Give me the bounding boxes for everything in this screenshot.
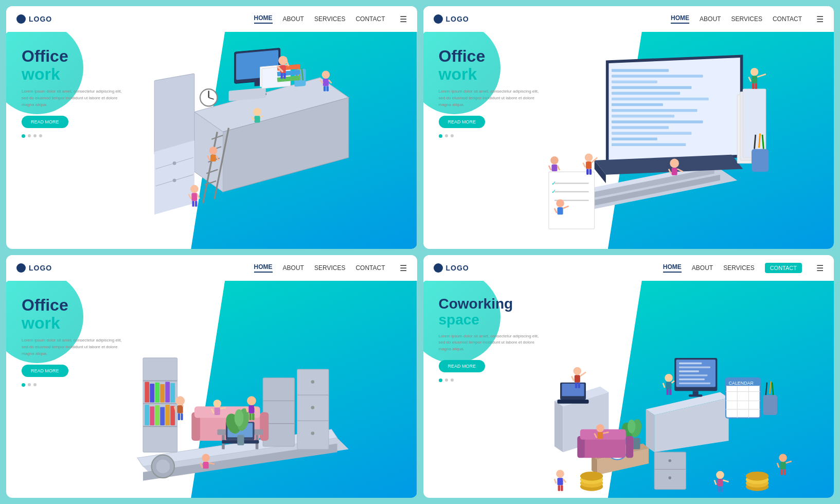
svg-rect-67 [611,80,657,83]
body-text-4: Lorem ipsum dolor sit amet, consectetur … [439,333,542,353]
headline-4a: Coworking [439,296,542,312]
svg-rect-90 [752,149,768,172]
svg-rect-263 [717,479,723,486]
hamburger-1[interactable]: ☰ [400,14,407,24]
svg-point-240 [573,367,581,375]
svg-point-142 [311,431,314,435]
hamburger-4[interactable]: ☰ [816,263,824,273]
dots-4 [439,379,542,382]
svg-line-248 [663,383,664,388]
nav-contact-2[interactable]: CONTACT [773,15,802,23]
text-section-3: Office work Lorem ipsum dolor sit amet, … [22,296,124,387]
read-more-btn-3[interactable]: READ MORE [22,365,68,377]
svg-line-271 [785,461,791,463]
svg-rect-95 [551,165,557,171]
dot-2-1 [28,134,31,137]
nav-home-2[interactable]: HOME [671,14,689,24]
panel-body-1: Office work Lorem ipsum dolor sit amet, … [6,32,417,249]
svg-rect-266 [718,487,720,492]
svg-line-259 [563,479,566,482]
dot-2-2 [445,134,448,137]
svg-rect-46 [255,116,260,122]
svg-rect-197 [678,367,710,368]
nav-contact-4[interactable]: CONTACT [765,263,802,273]
svg-rect-126 [150,384,154,403]
svg-line-265 [723,480,728,482]
svg-rect-136 [170,406,175,425]
svg-rect-164 [178,413,180,420]
svg-rect-111 [671,168,677,175]
svg-rect-267 [721,487,723,492]
svg-rect-71 [611,103,663,106]
svg-rect-103 [589,169,591,175]
svg-point-231 [580,472,602,481]
nav-home-4[interactable]: HOME [663,263,682,273]
svg-point-49 [209,147,218,155]
headline-1a: Office [22,47,124,65]
svg-rect-77 [611,137,657,140]
nav-services-1[interactable]: SERVICES [314,15,345,23]
svg-rect-125 [145,382,149,403]
svg-line-106 [748,77,750,82]
svg-rect-250 [666,389,668,395]
nav-services-2[interactable]: SERVICES [731,15,762,23]
svg-line-214 [770,381,771,393]
nav-about-4[interactable]: ABOUT [692,264,713,272]
svg-marker-4 [154,140,194,214]
panel-body-2: Office work Lorem ipsum dolor sit amet, … [423,32,834,249]
svg-rect-196 [678,363,701,364]
svg-rect-247 [666,382,671,389]
svg-point-238 [668,459,671,462]
nav-about-2[interactable]: ABOUT [700,15,721,23]
svg-rect-272 [780,469,782,475]
svg-rect-43 [324,86,326,92]
svg-point-114 [556,199,564,207]
nav-about-1[interactable]: ABOUT [283,15,304,23]
svg-rect-226 [625,436,633,458]
read-more-btn-1[interactable]: READ MORE [22,116,68,128]
svg-rect-74 [611,120,703,123]
logo-area-1: LOGO [16,14,52,24]
nav-home-3[interactable]: HOME [254,263,273,273]
nav-home-1[interactable]: HOME [254,14,273,24]
logo-text-1: LOGO [29,15,52,23]
svg-point-98 [584,154,593,162]
svg-point-170 [247,396,256,405]
read-more-btn-2[interactable]: READ MORE [439,116,486,128]
read-more-btn-4[interactable]: READ MORE [439,360,486,372]
svg-point-159 [235,409,244,426]
logo-dot-4 [434,263,443,273]
dot-active-4 [439,379,442,382]
nav-about-3[interactable]: ABOUT [283,264,304,272]
svg-rect-99 [585,161,591,169]
svg-line-100 [583,163,585,167]
svg-rect-260 [558,485,560,491]
svg-point-141 [311,406,314,409]
hamburger-3[interactable]: ☰ [400,263,407,273]
hamburger-2[interactable]: ☰ [816,14,824,24]
nav-services-4[interactable]: SERVICES [723,264,754,272]
svg-line-56 [197,194,199,199]
svg-point-45 [253,108,261,116]
panel-3: LOGO HOME ABOUT SERVICES CONTACT ☰ Offic… [6,255,417,498]
nav-contact-1[interactable]: CONTACT [355,15,385,23]
dots-3 [22,383,124,387]
text-section-1: Office work Lorem ipsum dolor sit amet, … [22,47,124,138]
nav-services-3[interactable]: SERVICES [314,264,345,272]
svg-rect-201 [678,383,710,384]
svg-point-235 [745,472,768,481]
panel-4: LOGO HOME ABOUT SERVICES CONTACT ☰ Cowor… [423,255,834,498]
nav-contact-3[interactable]: CONTACT [355,264,385,272]
dot-3-1 [33,134,37,137]
headline-2a: Office [439,47,542,65]
text-section-2: Office work Lorem ipsum dolor sit amet, … [439,47,542,138]
svg-point-94 [550,156,559,165]
text-section-4: Coworking space Lorem ipsum dolor sit am… [439,296,542,382]
svg-rect-212 [763,395,777,415]
panel-body-4: Coworking space Lorem ipsum dolor sit am… [423,281,834,498]
nav-bar-1: LOGO HOME ABOUT SERVICES CONTACT ☰ [6,6,417,32]
dot-3-2 [451,134,454,137]
svg-rect-177 [203,462,209,469]
logo-dot-1 [16,14,26,24]
svg-rect-167 [215,408,220,415]
